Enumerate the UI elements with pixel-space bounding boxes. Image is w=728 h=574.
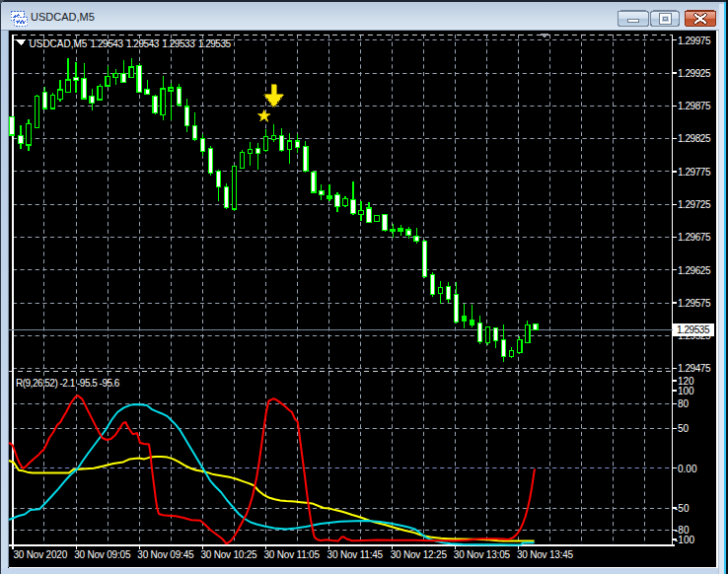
svg-text:30 Nov 2020: 30 Nov 2020 xyxy=(14,549,68,560)
svg-text:1.29725: 1.29725 xyxy=(678,199,711,210)
svg-text:1.29975: 1.29975 xyxy=(678,36,711,46)
svg-text:1.29625: 1.29625 xyxy=(678,265,711,276)
svg-text:1.29475: 1.29475 xyxy=(678,363,711,374)
svg-text:1.29875: 1.29875 xyxy=(678,101,711,111)
svg-text:30 Nov 13:05: 30 Nov 13:05 xyxy=(454,549,511,560)
svg-text:1.29925: 1.29925 xyxy=(678,68,711,79)
svg-text:R(9,26,52) -2.1 -95.5 -95.6: R(9,26,52) -2.1 -95.5 -95.6 xyxy=(16,378,120,389)
svg-text:0.00: 0.00 xyxy=(678,464,697,474)
svg-text:30 Nov 09:45: 30 Nov 09:45 xyxy=(137,549,194,560)
svg-text:1.29775: 1.29775 xyxy=(678,167,711,178)
svg-text:1.29543: 1.29543 xyxy=(91,38,124,49)
svg-text:1.29533: 1.29533 xyxy=(162,38,195,49)
svg-text:1.29825: 1.29825 xyxy=(678,133,711,144)
svg-text:1.29675: 1.29675 xyxy=(678,232,711,243)
svg-text:30 Nov 09:05: 30 Nov 09:05 xyxy=(74,549,131,560)
svg-text:30 Nov 11:05: 30 Nov 11:05 xyxy=(264,549,321,560)
svg-text:-50: -50 xyxy=(675,503,690,514)
svg-text:1.29535: 1.29535 xyxy=(198,38,232,49)
svg-text:100: 100 xyxy=(678,386,694,396)
svg-text:-100: -100 xyxy=(675,535,694,545)
svg-text:50: 50 xyxy=(678,423,690,434)
svg-text:30 Nov 13:45: 30 Nov 13:45 xyxy=(517,549,574,560)
svg-text:30 Nov 10:25: 30 Nov 10:25 xyxy=(200,549,257,560)
svg-text:80: 80 xyxy=(678,398,690,409)
svg-text:1.29575: 1.29575 xyxy=(678,298,711,309)
svg-text:30 Nov 11:45: 30 Nov 11:45 xyxy=(328,549,384,560)
svg-text:1.29543: 1.29543 xyxy=(126,38,160,49)
svg-text:USDCAD,M5: USDCAD,M5 xyxy=(31,11,95,23)
svg-text:USDCAD,M5: USDCAD,M5 xyxy=(30,38,88,49)
svg-text:30 Nov 12:25: 30 Nov 12:25 xyxy=(391,549,448,560)
svg-text:1.29535: 1.29535 xyxy=(677,324,710,335)
